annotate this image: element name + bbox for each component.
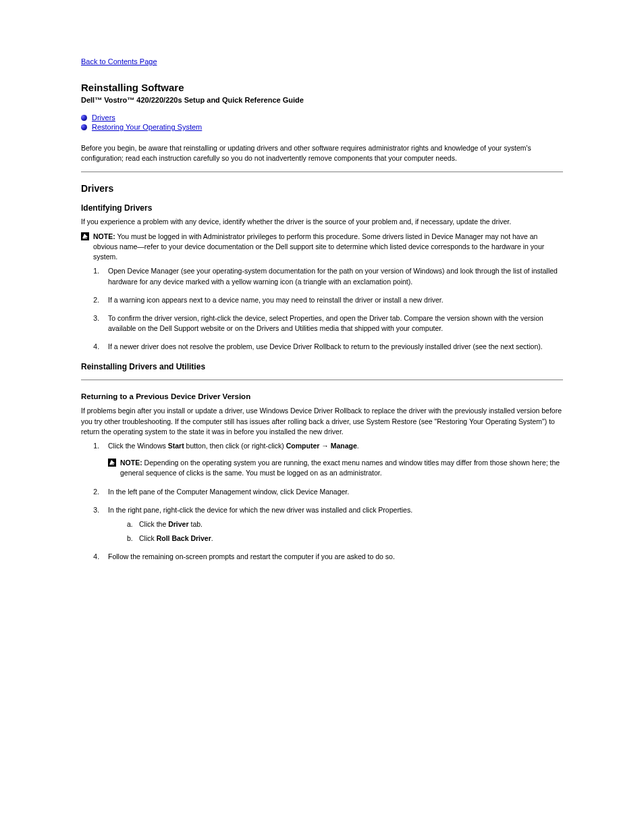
back-to-contents-link[interactable]: Back to Contents Page <box>81 57 563 66</box>
rollback-heading: Returning to a Previous Device Driver Ve… <box>81 391 563 402</box>
rollback-step-4: Follow the remaining on-screen prompts a… <box>101 552 563 562</box>
table-of-contents: Drivers Restoring Your Operating System <box>81 113 563 131</box>
note-block: NOTE: Depending on the operating system … <box>108 458 563 478</box>
identifying-drivers-intro: If you experience a problem with any dev… <box>81 217 563 227</box>
rollback-step-1: Click the Windows Start button, then cli… <box>101 441 563 479</box>
identify-driver-steps: Open Device Manager (see your operating-… <box>81 266 563 352</box>
note-body: You must be logged in with Administrator… <box>93 232 544 261</box>
toc-item-drivers[interactable]: Drivers <box>81 113 563 122</box>
note-icon <box>108 459 116 467</box>
note-label: NOTE: <box>93 232 115 240</box>
rollback-step-3a: a.Click the Driver tab. <box>127 519 563 529</box>
note-label: NOTE: <box>120 459 142 467</box>
rollback-step-3b: b.Click Roll Back Driver. <box>127 533 563 544</box>
note-body: Depending on the operating system you ar… <box>120 459 560 477</box>
step-2: If a warning icon appears next to a devi… <box>101 295 563 305</box>
section-divider <box>81 380 563 380</box>
subsection-reinstalling-drivers: Reinstalling Drivers and Utilities <box>81 362 563 371</box>
rollback-step-3: In the right pane, right-click the devic… <box>101 505 563 544</box>
rollback-step-2: In the left pane of the Computer Managem… <box>101 487 563 497</box>
note-block: NOTE: You must be logged in with Adminis… <box>81 232 563 263</box>
intro-paragraph: Before you begin, be aware that reinstal… <box>81 143 563 163</box>
section-drivers-heading: Drivers <box>81 183 563 194</box>
doc-subtitle: Dell™ Vostro™ 420/220/220s Setup and Qui… <box>81 96 563 104</box>
rollback-steps: Click the Windows Start button, then cli… <box>81 441 563 563</box>
section-divider <box>81 172 563 172</box>
note-icon <box>81 232 89 240</box>
step-1: Open Device Manager (see your operating-… <box>101 266 563 286</box>
page-title: Reinstalling Software <box>81 82 563 93</box>
step-4: If a newer driver does not resolve the p… <box>101 342 563 352</box>
step-3: To confirm the driver version, right-cli… <box>101 313 563 334</box>
subsection-identifying-drivers: Identifying Drivers <box>81 203 563 213</box>
rollback-intro: If problems begin after you install or u… <box>81 406 563 437</box>
toc-item-restoring-os[interactable]: Restoring Your Operating System <box>81 123 563 131</box>
